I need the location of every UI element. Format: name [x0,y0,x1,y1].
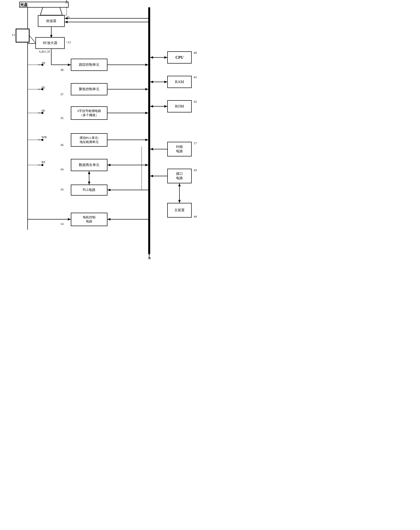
svg-marker-2 [40,7,62,15]
svg-marker-57 [68,218,71,221]
pickup-id: 15 [66,15,70,19]
svg-marker-30 [107,218,110,221]
wb-label: WB [42,135,47,139]
svg-marker-21 [145,112,148,114]
rf-label: RF [42,160,45,164]
num-14: 14 [60,222,63,226]
svg-marker-35 [150,81,153,83]
num-34: 34 [60,167,63,171]
num-38: 38 [60,68,63,72]
num-16: 16 [60,188,63,191]
svg-marker-36 [164,81,167,83]
svg-marker-43 [150,175,153,177]
te-label: TE [42,61,45,65]
num-35: 35 [60,116,63,120]
svg-marker-38 [150,105,153,108]
svg-marker-28 [107,189,110,191]
svg-marker-23 [145,139,148,141]
num-42: 42 [194,100,197,104]
optical-disc-label: 光盘 [20,2,28,8]
rom-block: ROM [167,100,192,112]
svg-rect-6 [148,7,150,254]
fe2-label: FE [42,109,45,113]
abcd-label: A,B,C,D [39,50,50,54]
num-41: 41 [194,75,197,79]
svg-marker-17 [145,64,148,66]
rf-amp-id: ~12 [66,40,71,44]
num-17: 17 [194,141,197,145]
num-37: 37 [60,92,63,96]
num-13: 13 [12,33,15,37]
data-regen-block: 数据再生单元 [71,159,107,171]
fe1-label: FE [42,86,45,89]
svg-marker-45 [178,200,181,203]
svg-marker-26 [107,164,110,166]
d-label: D [65,0,68,4]
num-40: 40 [194,51,197,55]
svg-marker-32 [150,56,153,59]
num-43: 43 [194,168,197,172]
num-44: 44 [194,215,197,219]
svg-marker-49 [88,171,90,174]
svg-marker-39 [164,105,167,108]
spindle-motor [16,29,29,42]
svg-marker-48 [88,182,90,185]
num-39: 39 [148,256,151,260]
svg-marker-67 [40,164,43,166]
motor-block: 电机控制电路 [71,213,107,226]
svg-line-5 [29,35,35,43]
num-36: 36 [60,143,63,147]
error-block: 纠错电路 [167,142,192,156]
ram-block: RAM [167,76,192,88]
svg-marker-41 [150,148,153,150]
svg-marker-46 [178,183,181,186]
svg-marker-33 [164,56,167,59]
rf-amp-block: RF放大器 [35,37,65,49]
cpu-block: CPU [167,51,192,64]
s-signal-block: S字信号检测电路（多个阈值） [71,106,107,120]
wobble-block: 摆动PLL单元/地址检测单元 [71,133,107,147]
svg-marker-13 [68,64,71,66]
svg-marker-19 [145,88,148,90]
tracking-block: 跟踪控制单元 [71,59,107,71]
pll-block: PLL电路 [71,185,107,196]
svg-marker-25 [145,164,148,166]
pickup-block: 拾波器 [38,15,65,27]
svg-marker-71 [65,21,68,23]
focus-block: 聚焦控制单元 [71,83,107,95]
interface-block: 接口电路 [167,169,192,183]
main-device-block: 主装置 [167,203,192,218]
